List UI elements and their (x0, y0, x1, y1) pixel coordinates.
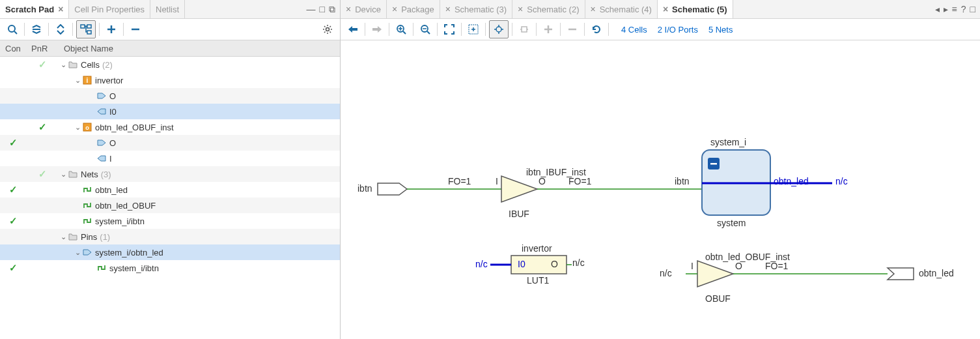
tab-list-icon[interactable]: ≡ (952, 4, 957, 14)
ports-stat[interactable]: 2 I/O Ports (658, 25, 698, 35)
tree-label: system_i/obtn_led (95, 248, 163, 258)
maximize-icon[interactable]: □ (970, 4, 975, 14)
right-tab-1[interactable]: ×Package (387, 0, 440, 18)
maximize-icon[interactable]: □ (320, 4, 325, 14)
obuf-pin-i: I (691, 261, 693, 271)
chevron-icon[interactable]: ⌄ (73, 76, 82, 85)
chevron-icon[interactable]: ⌄ (59, 61, 68, 69)
refresh-icon[interactable] (588, 21, 605, 38)
right-tab-2[interactable]: ×Schematic (3) (440, 0, 512, 18)
zoom-out-icon[interactable] (417, 21, 434, 38)
close-icon[interactable]: × (518, 5, 523, 14)
schematic-toolbar: 4 Cells 2 I/O Ports 5 Nets (341, 19, 980, 40)
col-pnr[interactable]: PnR (31, 44, 64, 53)
pin-in-icon (96, 154, 107, 163)
minus-schem-icon (564, 21, 581, 38)
right-tab-4[interactable]: ×Schematic (4) (585, 0, 658, 18)
plus-icon[interactable] (103, 21, 120, 38)
zoom-in-icon[interactable] (393, 21, 410, 38)
tree-row-12[interactable]: ⌄system_i/obtn_led (0, 244, 340, 260)
left-tab-bar: Scratch Pad×Cell Pin PropertiesNetlist —… (0, 0, 340, 19)
fanout-1a: FO=1 (448, 176, 471, 186)
right-tab-0[interactable]: ×Device (341, 0, 387, 18)
svg-rect-5 (87, 31, 91, 34)
hierarchy-icon[interactable] (76, 20, 96, 38)
left-tab-1[interactable]: Cell Pin Properties (69, 0, 150, 18)
right-tab-bar: ×Device×Package×Schematic (3)×Schematic … (341, 0, 980, 19)
folder-icon (68, 170, 78, 179)
tree-count: (1) (100, 232, 110, 242)
tree-label: obtn_led_OBUF (95, 201, 156, 211)
svg-rect-11 (352, 28, 357, 31)
tree-row-5[interactable]: ✓O (0, 135, 340, 151)
fanout-1c: FO=1 (765, 261, 788, 271)
check-icon: ✓ (9, 215, 18, 227)
tree-row-3[interactable]: I0 (0, 104, 340, 119)
back-icon[interactable] (344, 21, 361, 38)
svg-rect-19 (522, 27, 527, 32)
zoom-fit-icon[interactable] (441, 21, 458, 38)
search-icon[interactable] (4, 21, 21, 38)
right-tab-5[interactable]: ×Schematic (5) (658, 0, 733, 18)
tree-label: obtn_led (95, 185, 128, 195)
auto-fit-icon[interactable] (489, 20, 509, 38)
left-tab-0[interactable]: Scratch Pad× (0, 0, 69, 18)
close-icon[interactable]: × (392, 5, 397, 14)
tree-row-10[interactable]: ✓system_i/ibtn (0, 213, 340, 229)
invertor-pin-o: O (551, 259, 558, 269)
minus-icon[interactable] (127, 21, 144, 38)
tree-row-11[interactable]: ⌄Pins(1) (0, 229, 340, 244)
nc-1: n/c (835, 176, 848, 186)
gear-icon[interactable] (319, 21, 336, 38)
col-con[interactable]: Con (0, 44, 31, 53)
system-type: system (717, 218, 746, 228)
close-icon[interactable]: × (663, 5, 668, 14)
svg-point-18 (496, 27, 501, 32)
restore-icon[interactable]: ⧉ (329, 4, 335, 15)
col-obj[interactable]: Object Name (64, 44, 340, 53)
svg-rect-4 (87, 25, 91, 28)
minimize-icon[interactable]: — (307, 4, 316, 14)
invertor-type: LUT1 (527, 275, 549, 286)
left-tab-2[interactable]: Netlist (150, 0, 185, 18)
column-headers: Con PnR Object Name (0, 40, 340, 57)
chevron-icon[interactable]: ⌄ (73, 248, 82, 257)
tree-row-7[interactable]: ✓⌄Nets(3) (0, 166, 340, 182)
invertor-name: invertor (522, 243, 552, 254)
invertor-pin-i0: I0 (518, 259, 525, 269)
tree-row-9[interactable]: obtn_led_OBUF (0, 198, 340, 213)
tree-row-1[interactable]: ⌄iinvertor (0, 72, 340, 88)
expand-icon[interactable] (52, 21, 69, 38)
tree-row-6[interactable]: I (0, 151, 340, 166)
help-icon[interactable]: ? (961, 4, 966, 14)
pin-out-icon (82, 248, 92, 257)
tree-row-0[interactable]: ✓⌄Cells(2) (0, 57, 340, 72)
tree-row-8[interactable]: ✓obtn_led (0, 182, 340, 198)
obuf-pin-o: O (735, 261, 742, 271)
tree-row-13[interactable]: ✓system_i/ibtn (0, 260, 340, 276)
pin-out-icon (96, 91, 107, 100)
schematic-canvas[interactable]: ibtn FO=1 I ibtn_IBUF_inst IBUF O FO=1 i… (341, 40, 980, 339)
close-icon[interactable]: × (346, 5, 351, 14)
right-tab-3[interactable]: ×Schematic (2) (512, 0, 585, 18)
tree-row-2[interactable]: O (0, 88, 340, 104)
chevron-icon[interactable]: ⌄ (59, 233, 68, 241)
nc-2: n/c (475, 259, 488, 269)
zoom-select-icon[interactable] (465, 21, 482, 38)
close-icon[interactable]: × (591, 5, 596, 14)
check-icon: ✓ (9, 137, 18, 149)
svg-point-6 (326, 28, 329, 31)
tree-label: system_i/ibtn (95, 216, 145, 226)
cells-stat[interactable]: 4 Cells (621, 25, 647, 35)
tab-next-icon[interactable]: ▸ (944, 4, 948, 14)
tree-row-4[interactable]: ✓⌄oobtn_led_OBUF_inst (0, 119, 340, 135)
pin-out-icon (96, 138, 107, 147)
chevron-icon[interactable]: ⌄ (73, 123, 82, 132)
ibuf-pin-i: I (496, 176, 498, 186)
tab-prev-icon[interactable]: ◂ (935, 4, 940, 14)
nets-stat[interactable]: 5 Nets (708, 25, 733, 35)
collapse-all-icon[interactable] (28, 21, 45, 38)
chevron-icon[interactable]: ⌄ (59, 170, 68, 179)
close-icon[interactable]: × (58, 5, 63, 14)
close-icon[interactable]: × (445, 5, 451, 14)
